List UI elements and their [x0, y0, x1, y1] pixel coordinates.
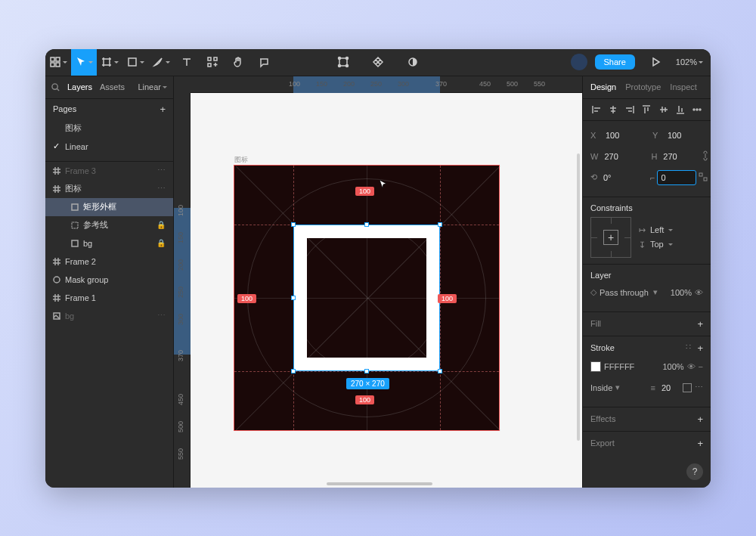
h-constraint-dropdown[interactable]: ↦Left [639, 225, 673, 235]
eye-icon[interactable]: 👁 [695, 288, 703, 297]
resources-tool[interactable] [200, 49, 225, 76]
svg-rect-24 [704, 178, 707, 181]
image-icon [53, 312, 60, 320]
constrain-proportions-icon[interactable] [701, 150, 710, 163]
tab-inspect[interactable]: Inspect [670, 82, 696, 91]
text-tool[interactable] [174, 49, 200, 76]
layer-item[interactable]: 图标 ⋯ [45, 180, 173, 198]
svg-point-12 [346, 65, 349, 67]
v-constraint-dropdown[interactable]: ↦Top [639, 240, 673, 249]
mask-icon[interactable] [400, 49, 426, 76]
lock-icon[interactable]: 🔒 [156, 221, 166, 229]
hand-tool[interactable] [225, 49, 251, 76]
comment-tool[interactable] [251, 49, 277, 76]
rotation-input[interactable] [600, 171, 638, 184]
eye-icon[interactable]: 👁 [687, 362, 696, 371]
blend-dropdown[interactable]: Pass through [600, 288, 649, 297]
menu-button[interactable] [45, 49, 71, 76]
align-top-icon[interactable] [640, 104, 652, 116]
svg-rect-7 [208, 64, 211, 67]
frame-label[interactable]: 图标 [234, 155, 248, 165]
align-bottom-icon[interactable] [674, 104, 686, 116]
scrollbar-vertical[interactable] [577, 153, 580, 441]
layer-item-selected[interactable]: 矩形外框 [45, 198, 173, 216]
svg-point-9 [339, 57, 341, 60]
align-hcenter-icon[interactable] [607, 104, 619, 116]
y-input[interactable] [665, 129, 702, 142]
layer-item[interactable]: Mask group [45, 271, 173, 289]
svg-point-10 [346, 57, 349, 60]
page-item[interactable]: 图标 [45, 119, 173, 138]
effects-section: Effects + [583, 407, 711, 432]
cursor-icon [378, 179, 389, 193]
layer-item[interactable]: Frame 3 ⋯ [45, 162, 173, 180]
stroke-side-icon[interactable] [683, 383, 692, 392]
distribute-icon[interactable] [691, 104, 703, 116]
tab-design[interactable]: Design [590, 82, 616, 91]
help-button[interactable]: ? [686, 463, 703, 480]
lock-icon[interactable]: 🔒 [156, 239, 166, 247]
rect-icon [71, 203, 79, 211]
stroke-more-icon[interactable]: ⋯ [695, 383, 703, 392]
pen-tool[interactable] [148, 49, 174, 76]
style-icon[interactable]: ∷ [686, 342, 691, 354]
independent-corners-icon[interactable] [699, 172, 708, 183]
stroke-color-input[interactable]: FFFFFF [604, 362, 634, 371]
stroke-width-input[interactable] [658, 381, 680, 395]
svg-rect-0 [51, 57, 54, 61]
transform-section: X Y W H ⟲ ⌐ [583, 121, 711, 197]
add-page-button[interactable]: + [160, 104, 166, 115]
frame-icon [53, 258, 60, 265]
tab-assets[interactable]: Assets [100, 82, 125, 91]
shape-tool[interactable] [122, 49, 148, 76]
svg-rect-6 [214, 57, 217, 60]
svg-rect-23 [699, 173, 702, 176]
layer-item[interactable]: 参考线 🔒 [45, 216, 173, 234]
stroke-opacity-input[interactable]: 100% [662, 362, 683, 371]
add-fill-button[interactable]: + [697, 318, 703, 330]
svg-point-11 [339, 65, 341, 67]
layer-item[interactable]: Frame 2 [45, 253, 173, 271]
edit-object-icon[interactable] [330, 49, 356, 76]
layer-item[interactable]: Frame 1 [45, 289, 173, 307]
add-export-button[interactable]: + [697, 438, 703, 449]
frame-tool[interactable] [97, 49, 122, 76]
tab-layers[interactable]: Layers [67, 82, 92, 91]
align-right-icon[interactable] [624, 104, 636, 116]
tab-prototype[interactable]: Prototype [625, 82, 661, 91]
x-input[interactable] [603, 129, 640, 142]
layer-item[interactable]: bg 🔒 [45, 234, 173, 253]
stroke-swatch[interactable] [590, 361, 601, 372]
opacity-input[interactable]: 100% [671, 288, 692, 297]
w-input[interactable] [601, 150, 639, 163]
radius-input[interactable] [658, 171, 696, 184]
margin-badge: 100 [438, 294, 457, 303]
align-left-icon[interactable] [590, 104, 603, 116]
svg-rect-1 [56, 57, 60, 61]
svg-point-18 [54, 277, 60, 283]
search-icon[interactable] [51, 83, 60, 91]
file-dropdown[interactable]: Linear [138, 82, 167, 91]
frame[interactable]: 100 100 100 100 270 × 270 [234, 166, 499, 430]
canvas-viewport[interactable]: 图标 [191, 93, 582, 488]
remove-stroke-button[interactable]: − [699, 362, 703, 371]
share-button[interactable]: Share [595, 54, 635, 70]
stroke-align-dropdown[interactable]: Inside [590, 383, 612, 392]
h-input[interactable] [660, 150, 698, 163]
component-icon[interactable] [365, 49, 391, 76]
add-effect-button[interactable]: + [697, 414, 703, 425]
user-avatar[interactable] [571, 54, 587, 70]
scrollbar-horizontal[interactable] [327, 482, 432, 485]
layer-item[interactable]: bg ⋯ [45, 307, 173, 325]
constraints-box[interactable]: + [590, 217, 631, 258]
fill-section: Fill + [583, 312, 711, 336]
add-stroke-button[interactable]: + [697, 342, 703, 354]
zoom-dropdown[interactable]: 102% [676, 57, 703, 67]
svg-rect-16 [72, 222, 78, 228]
move-tool[interactable] [71, 49, 97, 76]
present-button[interactable] [643, 49, 668, 76]
page-item[interactable]: ✓Linear [45, 138, 173, 156]
blend-icon: ◇ [590, 287, 596, 297]
left-panel: Layers Assets Linear Pages + 图标 ✓Linear … [45, 76, 174, 488]
align-vcenter-icon[interactable] [658, 104, 670, 116]
